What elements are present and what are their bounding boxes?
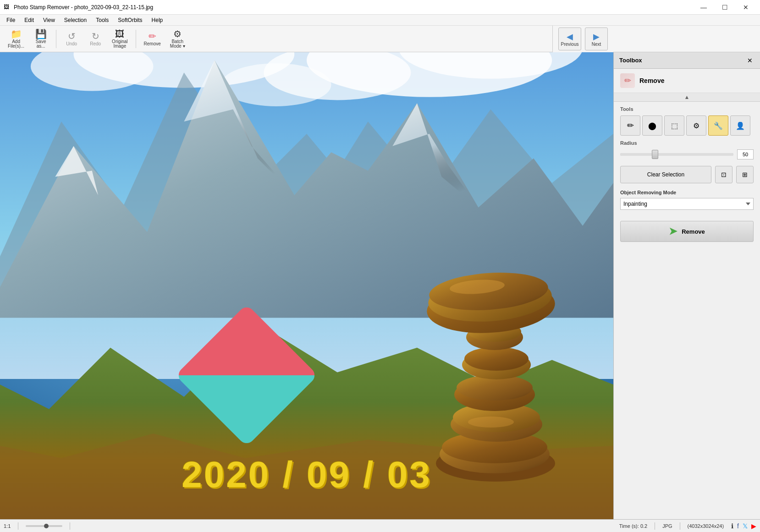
status-sep-2 [70, 522, 70, 530]
svg-point-22 [464, 347, 529, 371]
stamp-icon: 👤 [736, 121, 745, 130]
toolbox-close-button[interactable]: ✕ [745, 56, 754, 65]
youtube-icon[interactable]: ▶ [751, 522, 756, 530]
select-file-icon: ⊡ [721, 171, 727, 178]
tools-row: ✏ ⬤ ⬚ ⚙ 🔧 👤 [620, 115, 754, 136]
toolbar-separator-2 [136, 30, 136, 48]
zoom-slider[interactable] [26, 525, 62, 527]
status-sep-3 [655, 522, 655, 530]
window-controls: — ☐ ✕ [693, 0, 756, 15]
brush-tool-button[interactable]: ✏ [620, 115, 640, 136]
original-label: OriginalImage [112, 39, 127, 49]
batch-mode-button[interactable]: ⚙ BatchMode ▾ [166, 27, 189, 50]
circle-icon: ⬤ [648, 121, 656, 130]
mode-select[interactable]: Inpainting Content-Aware Fill Smear [620, 198, 754, 210]
menu-selection[interactable]: Selection [60, 15, 91, 26]
original-icon: 🖼 [115, 29, 124, 38]
status-format: JPG [662, 523, 672, 529]
previous-arrow-icon: ◀ [567, 32, 573, 42]
nav-area: ◀ Previous ▶ Next [552, 26, 613, 52]
add-files-label: AddFile(s)... [8, 39, 24, 49]
wand-icon: 🔧 [714, 121, 723, 130]
rect-icon: ⬚ [671, 121, 678, 130]
menu-edit[interactable]: Edit [20, 15, 39, 26]
toolbar: 📁 AddFile(s)... 💾 Saveas... ↺ Undo ↻ Red… [0, 26, 760, 52]
previous-label: Previous [561, 42, 579, 47]
menu-file[interactable]: File [2, 15, 20, 26]
status-icons-group: ℹ f 𝕏 ▶ [731, 522, 756, 530]
status-time: Time (s): 0.2 [619, 523, 647, 529]
zoom-thumb[interactable] [44, 524, 49, 528]
menu-softorbits[interactable]: SoftOrbits [113, 15, 147, 26]
save-icon: 💾 [35, 29, 47, 38]
twitter-icon[interactable]: 𝕏 [743, 522, 748, 530]
select-from-file-button[interactable]: ⊡ [715, 166, 732, 183]
brush-icon: ✏ [627, 121, 634, 131]
eraser-tool-button[interactable]: ⬤ [642, 115, 662, 136]
radius-value[interactable]: 50 [737, 149, 754, 159]
undo-button[interactable]: ↺ Undo [60, 27, 83, 50]
remove-arrow-icon: ➤ [669, 225, 677, 237]
zoom-section: 1:1 [4, 523, 11, 529]
toolbox-collapse-row[interactable]: ▲ [614, 93, 760, 102]
app-icon: 🖼 [4, 4, 11, 11]
title-bar: 🖼 Photo Stamp Remover - photo_2020-09-03… [0, 0, 760, 15]
bounds-icon: ⊞ [742, 171, 748, 178]
remove-action-label: Remove [682, 228, 705, 235]
tools-section-label: Tools [620, 106, 754, 112]
mode-label: Object Removing Mode [620, 190, 754, 195]
action-buttons-row: Clear Selection ⊡ ⊞ [620, 166, 754, 183]
status-dimensions: (4032x3024x24) [688, 523, 724, 529]
clear-selection-button[interactable]: Clear Selection [620, 166, 711, 183]
stamp-tool-button[interactable]: 👤 [730, 115, 750, 136]
select-bounds-button[interactable]: ⊞ [736, 166, 754, 183]
eraser-icon: ✏ [624, 76, 631, 86]
maximize-button[interactable]: ☐ [714, 0, 735, 15]
radius-thumb[interactable] [652, 150, 658, 159]
next-arrow-icon: ▶ [593, 32, 600, 42]
rocks-svg [427, 216, 564, 482]
main-layout: 2020 / 09 / 03 Toolbox ✕ ✏ Remove ▲ [0, 52, 760, 519]
remove-icon: ✏ [149, 32, 156, 41]
info-icon[interactable]: ℹ [731, 522, 733, 530]
toolbox-panel: Toolbox ✕ ✏ Remove ▲ Tools ✏ [613, 52, 760, 519]
next-button[interactable]: ▶ Next [585, 27, 608, 50]
remove-button[interactable]: ✏ Remove [140, 27, 165, 50]
minimize-button[interactable]: — [693, 0, 714, 15]
facebook-icon[interactable]: f [737, 522, 739, 530]
original-image-button[interactable]: 🖼 OriginalImage [108, 27, 132, 50]
date-text-overlay: 2020 / 09 / 03 [182, 454, 431, 496]
svg-point-29 [468, 417, 514, 428]
remove-label: Remove [144, 42, 161, 46]
collapse-icon: ▲ [684, 94, 690, 100]
undo-label: Undo [66, 42, 77, 46]
save-as-label: Saveas... [36, 39, 46, 49]
redo-button[interactable]: ↻ Redo [84, 27, 107, 50]
menu-help[interactable]: Help [147, 15, 168, 26]
previous-button[interactable]: ◀ Previous [558, 27, 581, 50]
radius-row: 50 [620, 149, 754, 159]
next-label: Next [592, 42, 601, 47]
rect-select-tool-button[interactable]: ⬚ [664, 115, 684, 136]
toolbox-header: Toolbox ✕ [614, 52, 760, 69]
close-button[interactable]: ✕ [735, 0, 756, 15]
magic-select-tool-button[interactable]: ⚙ [686, 115, 706, 136]
redo-icon: ↻ [92, 32, 99, 41]
wand-tool-button[interactable]: 🔧 [708, 115, 728, 136]
status-sep-4 [680, 522, 680, 530]
zoom-level: 1:1 [4, 523, 11, 529]
menu-view[interactable]: View [39, 15, 60, 26]
canvas-area[interactable]: 2020 / 09 / 03 [0, 52, 613, 519]
add-icon: 📁 [11, 29, 22, 38]
remove-action-button[interactable]: ➤ Remove [620, 221, 754, 242]
window-title: Photo Stamp Remover - photo_2020-09-03_2… [14, 4, 693, 11]
radius-slider-track[interactable] [620, 153, 733, 156]
save-as-button[interactable]: 💾 Saveas... [29, 27, 52, 50]
magic-icon: ⚙ [693, 121, 699, 130]
redo-label: Redo [90, 42, 101, 46]
batch-label: BatchMode ▾ [170, 39, 185, 49]
add-files-button[interactable]: 📁 AddFile(s)... [4, 27, 28, 50]
menu-tools[interactable]: Tools [91, 15, 113, 26]
toolbox-title: Toolbox [619, 57, 642, 64]
remove-section-title: Remove [639, 77, 664, 84]
